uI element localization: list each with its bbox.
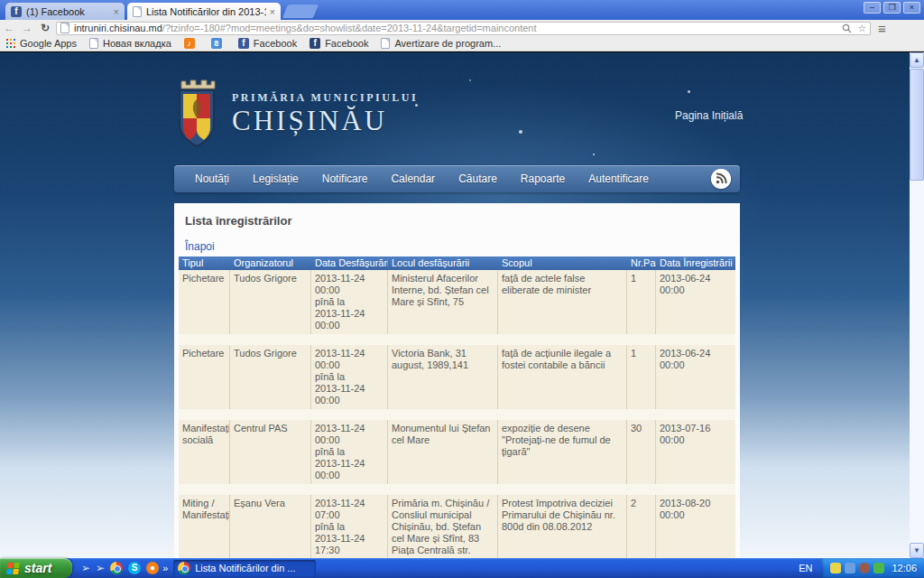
cell-nr-part: 30 [627,420,656,484]
nav-item[interactable]: Rapoarte [509,172,577,185]
music-icon: ♪ [184,38,195,49]
content-card: Lista înregistrărilor Înapoi Tipul Organ… [174,203,740,558]
tray-icons: 12:06 [821,558,924,578]
nav-item[interactable]: Noutăți [183,172,241,185]
launch-arrow-icon[interactable]: ➢ [96,562,105,574]
nav-item[interactable]: Căutare [447,172,509,185]
cell-scopul: expoziție de desene "Protejați-ne de fum… [498,420,627,484]
close-icon[interactable]: × [270,6,275,17]
scrollbar-thumb[interactable] [910,69,924,181]
nav-item[interactable]: Notificare [310,172,380,185]
back-icon[interactable]: ← [0,22,18,34]
system-tray: EN 12:06 [790,558,924,578]
nav-item[interactable]: Autentificare [577,172,661,185]
bookmark-music[interactable]: ♪ [184,38,199,49]
url-host: intruniri.chisinau.md [74,23,162,33]
menu-icon[interactable]: ≡ [878,21,886,36]
registrations-table: Tipul Organizatorul Data Desfășurării Lo… [179,256,735,558]
cell-locul: Monumentul lui Ștefan cel Mare [388,420,498,484]
task-button-active[interactable]: Lista Notificărilor din ... [173,560,316,577]
col-header: Nr.Part. [627,256,656,270]
cell-locul: Ministerul Afacerilor Interne, bd. Ștefa… [388,270,498,334]
cell-nr-part: 1 [627,270,656,334]
overflow-chevron-icon[interactable]: » [162,563,168,573]
show-desktop-icon[interactable]: ➢ [81,562,90,574]
page-icon [89,38,98,49]
number-8-icon: 8 [211,38,222,49]
reload-icon[interactable]: ↻ [36,22,54,34]
bookmark-blue-8[interactable]: 8 [211,38,226,49]
rss-icon[interactable] [711,169,731,189]
tray-volume-icon[interactable] [859,563,870,573]
clock: 12:06 [892,563,917,573]
nav-item[interactable]: Calendar [379,172,447,185]
cell-organizatorul: Tudos Grigore [230,270,311,334]
chrome-icon[interactable] [110,562,123,574]
nav-item[interactable]: Legislație [241,172,310,185]
scroll-up-icon[interactable]: ▲ [910,52,924,68]
skype-icon[interactable]: S [128,562,141,574]
bookmark-new-tab[interactable]: Новая вкладка [89,38,171,49]
language-indicator[interactable]: EN [790,563,821,573]
cell-scopul: față de actele false eliberate de minist… [498,270,627,334]
table-row[interactable]: Pichetare Tudos Grigore 2013-11-24 00:00… [179,270,735,345]
bookmark-facebook-2[interactable]: fFacebook [310,38,368,49]
table-row[interactable]: Manifestație socială Centrul PAS 2013-11… [179,420,735,495]
bookmark-facebook-1[interactable]: fFacebook [238,38,297,49]
cell-scopul: față de acțiunile ilegale a fostei conta… [498,345,627,409]
browser-tab-strip: f (1) Facebook × Lista Notificărilor din… [0,0,924,20]
cell-data-inregistrarii: 2013-07-16 00:00 [656,420,735,484]
bookmark-google-apps[interactable]: Google Apps [5,38,77,49]
cell-nr-part: 1 [627,345,656,409]
scrollbar[interactable]: ▲ ▼ [910,52,924,558]
cell-locul: Victoria Bank, 31 august, 1989,141 [388,345,498,409]
col-header: Tipul [179,256,230,270]
brand-line-2: CHIȘINĂU [232,105,418,137]
tray-antivirus-icon[interactable] [873,563,884,573]
table-row[interactable]: Pichetare Tudos Grigore 2013-11-24 00:00… [179,345,735,420]
restore-button[interactable] [883,2,901,14]
site-header: PRIMĂRIA MUNICIPIULUI CHIȘINĂU [174,78,418,150]
start-label: start [24,561,51,575]
minimize-button[interactable] [864,2,881,14]
page-icon [381,38,390,49]
page-title: Lista înregistrărilor [185,214,735,228]
table-row[interactable]: Miting / Manifestație Eșanu Vera 2013-11… [179,495,735,558]
bookmark-label: Новая вкладка [103,38,171,49]
forward-icon[interactable]: → [18,22,36,34]
sparkle [469,79,471,81]
sparkle [519,130,522,134]
start-button[interactable]: start [0,558,72,578]
tab-title: Lista Notificărilor din 2013-1 [146,6,266,17]
cell-data-desfasurarii: 2013-11-24 07:00 pînă la 2013-11-24 17:3… [311,495,388,558]
facebook-icon: f [11,6,22,17]
cell-data-inregistrarii: 2013-06-24 00:00 [656,345,735,409]
cell-tipul: Manifestație socială [179,420,230,484]
tray-shield-icon[interactable] [830,563,841,573]
back-link[interactable]: Înapoi [185,240,735,253]
cell-organizatorul: Tudos Grigore [230,345,311,409]
cell-tipul: Pichetare [179,270,230,334]
windows-logo-icon [6,563,21,574]
col-header: Data Înregistrării [656,256,735,270]
cell-organizatorul: Centrul PAS [230,420,311,484]
tab-notificari[interactable]: Lista Notificărilor din 2013-1 × [127,3,281,20]
bookmark-label: Facebook [254,38,297,49]
url-path: /?tzinfo=-180#?mod=meetings&do=showlist&… [162,23,836,33]
scroll-down-icon[interactable]: ▼ [910,543,924,558]
close-icon[interactable]: × [114,6,119,17]
agent-icon[interactable]: ● [146,562,159,574]
bookmark-star-icon[interactable]: ☆ [857,23,866,34]
home-link[interactable]: Pagina Inițială [675,109,743,122]
sparkle [688,90,690,93]
new-tab-button[interactable] [282,5,319,18]
search-icon[interactable] [842,23,852,33]
facebook-icon: f [238,38,249,49]
tab-facebook[interactable]: f (1) Facebook × [5,3,125,20]
cell-nr-part: 2 [627,495,656,558]
close-button[interactable] [903,2,920,14]
cell-data-desfasurarii: 2013-11-24 00:00 pînă la 2013-11-24 00:0… [311,420,388,484]
address-bar[interactable]: intruniri.chisinau.md /?tzinfo=-180#?mod… [56,22,871,35]
tray-network-icon[interactable] [845,563,855,573]
bookmark-avertizare[interactable]: Avertizare de program... [381,38,501,49]
